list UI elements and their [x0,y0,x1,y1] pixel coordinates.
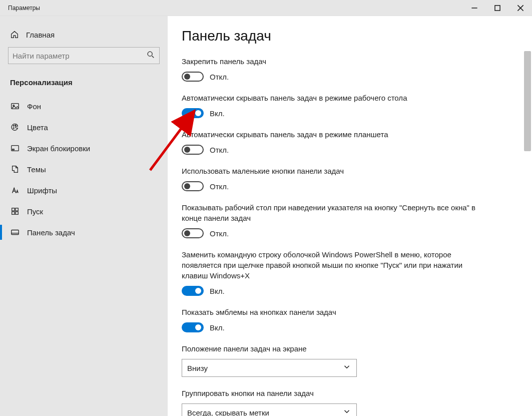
setting-label: Автоматически скрывать панель задач в ре… [182,93,477,103]
toggle-small-buttons[interactable] [182,181,204,191]
toggle-state: Вкл. [210,109,225,118]
search-icon [146,50,155,61]
sidebar: Главная Персонализация Фон Цвета Экран б… [0,16,168,416]
home-link[interactable]: Главная [0,26,168,47]
sidebar-item-label: Фон [27,102,41,111]
dropdown-value: Внизу [187,364,208,372]
setting-label: Положение панели задач на экране [182,343,477,354]
setting-label: Закрепить панель задач [182,56,477,67]
setting-label: Показать эмблемы на кнопках панели задач [182,307,477,317]
sidebar-item-fonts[interactable]: Шрифты [0,180,168,201]
themes-icon [11,165,20,174]
sidebar-item-background[interactable]: Фон [0,96,168,117]
fonts-icon [11,186,20,195]
start-icon [11,207,20,216]
scrollbar-thumb[interactable] [524,51,531,151]
setting-label: Заменить командную строку оболочкой Wind… [182,249,477,281]
dropdown-position[interactable]: Внизу [182,359,357,377]
sidebar-item-label: Пуск [27,207,43,216]
setting-small-buttons: Использовать маленькие кнопки панели зад… [182,166,477,191]
sidebar-item-themes[interactable]: Темы [0,159,168,180]
toggle-state: Вкл. [210,287,225,295]
search-input[interactable] [13,52,146,60]
toggle-lock-taskbar[interactable] [182,72,204,82]
dropdown-combine[interactable]: Всегда, скрывать метки [182,403,357,416]
search-box[interactable] [8,47,160,64]
svg-rect-12 [13,149,15,150]
setting-autohide-desktop: Автоматически скрывать панель задач в ре… [182,93,477,118]
toggle-state: Откл. [210,146,229,154]
sidebar-item-label: Экран блокировки [27,144,90,153]
page-title: Панель задач [182,28,532,44]
chevron-down-icon [342,407,351,416]
svg-rect-1 [495,5,500,10]
svg-point-8 [13,125,14,126]
dropdown-value: Всегда, скрывать метки [187,408,269,417]
toggle-state: Откл. [210,73,229,81]
sidebar-item-start[interactable]: Пуск [0,201,168,222]
home-icon [10,30,19,39]
svg-rect-14 [16,208,18,211]
sidebar-item-label: Шрифты [27,186,57,195]
setting-position: Положение панели задач на экране Внизу [182,343,477,377]
setting-combine: Группировать кнопки на панели задач Всег… [182,388,477,416]
sidebar-item-colors[interactable]: Цвета [0,117,168,138]
setting-label: Группировать кнопки на панели задач [182,388,477,398]
setting-powershell: Заменить командную строку оболочкой Wind… [182,249,477,296]
maximize-button[interactable] [486,0,509,16]
sidebar-item-taskbar[interactable]: Панель задач [0,222,168,243]
setting-peek-desktop: Показывать рабочий стол при наведении ук… [182,202,477,238]
minimize-icon [470,4,479,13]
svg-point-4 [148,52,152,56]
window-title: Параметры [0,5,40,12]
setting-autohide-tablet: Автоматически скрывать панель задач в ре… [182,129,477,155]
close-button[interactable] [509,0,532,16]
setting-lock-taskbar: Закрепить панель задач Откл. [182,56,477,82]
svg-line-5 [152,56,154,58]
toggle-state: Откл. [210,182,229,191]
category-title: Персонализация [0,74,168,96]
toggle-autohide-tablet[interactable] [182,145,204,155]
setting-label: Автоматически скрывать панель задач в ре… [182,129,477,140]
setting-label: Показывать рабочий стол при наведении ук… [182,202,477,223]
toggle-autohide-desktop[interactable] [182,108,204,118]
taskbar-icon [11,228,20,237]
sidebar-item-label: Темы [27,165,46,174]
home-label: Главная [26,31,55,39]
svg-rect-17 [12,230,19,235]
sidebar-item-label: Цвета [27,123,48,132]
picture-icon [11,102,20,111]
toggle-peek-desktop[interactable] [182,228,204,238]
minimize-button[interactable] [463,0,486,16]
window-controls [463,0,532,16]
svg-rect-16 [16,212,18,214]
setting-badges: Показать эмблемы на кнопках панели задач… [182,307,477,332]
toggle-powershell[interactable] [182,286,204,296]
svg-point-9 [13,128,14,129]
setting-label: Использовать маленькие кнопки панели зад… [182,166,477,176]
svg-rect-13 [12,208,15,211]
close-icon [516,4,525,13]
svg-point-10 [15,125,16,126]
lockscreen-icon [11,144,20,153]
palette-icon [11,123,20,132]
titlebar: Параметры [0,0,532,16]
maximize-icon [493,4,502,13]
toggle-state: Откл. [210,229,229,238]
sidebar-item-label: Панель задач [27,228,75,237]
main-content: Панель задач Закрепить панель задач Откл… [168,16,532,416]
svg-rect-15 [12,212,15,214]
toggle-badges[interactable] [182,322,204,332]
chevron-down-icon [342,362,351,373]
toggle-state: Вкл. [210,323,225,332]
sidebar-item-lockscreen[interactable]: Экран блокировки [0,138,168,159]
